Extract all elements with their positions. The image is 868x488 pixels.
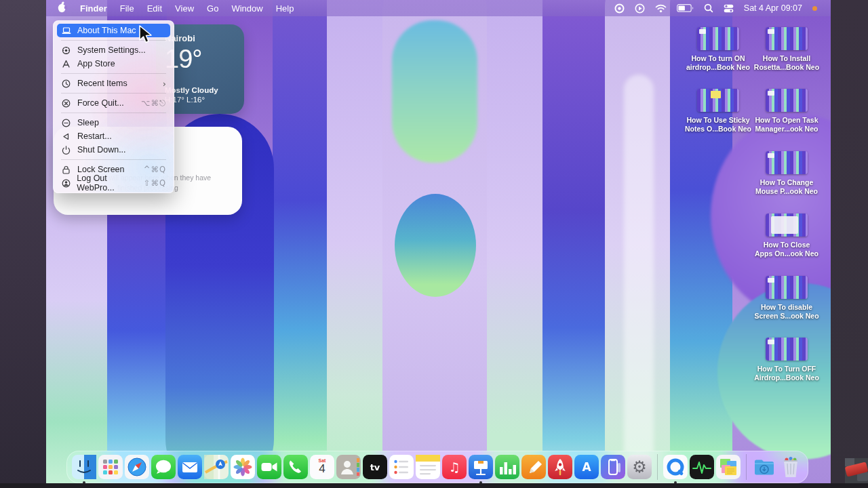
menu-file[interactable]: File xyxy=(120,3,134,14)
file-thumbnail xyxy=(766,89,808,112)
dock-pages[interactable] xyxy=(521,455,546,479)
apple-menu-dropdown: About This Mac System Settings... App St… xyxy=(53,20,174,193)
letterbox-right xyxy=(831,0,868,483)
dock-tv[interactable]: tv xyxy=(363,455,387,479)
dock-activity-monitor[interactable] xyxy=(690,455,714,479)
weather-high-low: H:17° L:16° xyxy=(165,96,235,104)
dock-system-settings[interactable]: ⚙ xyxy=(627,455,652,479)
apple-menu-icon[interactable] xyxy=(57,1,67,15)
clock-icon xyxy=(61,79,71,89)
menu-divider xyxy=(61,113,166,113)
letterbox-left xyxy=(0,0,46,483)
dock-rocket-app[interactable] xyxy=(548,455,572,479)
shortcut-label: ⇧⌘Q xyxy=(144,178,166,188)
dock-photos[interactable] xyxy=(231,455,255,479)
microphone-in-use-dot xyxy=(812,6,817,11)
menu-edit[interactable]: Edit xyxy=(147,3,162,14)
dock-safari[interactable] xyxy=(125,455,149,479)
menu-divider xyxy=(61,73,166,74)
lock-icon xyxy=(61,165,71,175)
laptop-icon xyxy=(61,26,71,36)
shortcut-label: ⌥⌘⎋ xyxy=(141,98,166,108)
dock-launchpad[interactable] xyxy=(98,455,123,479)
appstore-icon xyxy=(61,59,71,69)
dock-numbers[interactable] xyxy=(495,455,519,479)
file-thumbnail xyxy=(766,27,808,50)
screen-recording-indicator[interactable] xyxy=(614,3,625,14)
dock-music[interactable]: ♫ xyxy=(442,455,467,479)
menu-item-restart[interactable]: Restart... xyxy=(57,129,170,143)
calendar-day: 4 xyxy=(310,463,334,476)
desktop-file-change-mouse[interactable]: How To ChangeMouse P...ook Neo xyxy=(746,151,827,196)
user-icon xyxy=(61,178,71,188)
tv-logo: tv xyxy=(363,455,387,479)
desktop-file-airdrop-off[interactable]: How To Turn OFFAirdrop...Book Neo xyxy=(746,338,827,382)
shortcut-label: ^⌘Q xyxy=(144,165,166,174)
menu-app-name[interactable]: Finder xyxy=(80,3,107,14)
dock-reminders[interactable] xyxy=(389,455,414,479)
appstore-letter: A xyxy=(574,455,599,479)
desktop-file-close-apps[interactable]: How To CloseApps On...ook Neo xyxy=(746,214,827,258)
dock-separator xyxy=(746,454,747,480)
wallpaper-pill xyxy=(486,0,544,483)
menu-divider xyxy=(61,159,166,160)
dock-maps[interactable] xyxy=(204,455,229,479)
menu-item-sleep[interactable]: Sleep xyxy=(57,116,170,129)
dock-iphone-mirroring[interactable] xyxy=(601,455,625,479)
desktop: Nairobi 19° Mostly Cloudy H:17° L:16° Ph… xyxy=(46,0,831,483)
dock-separator xyxy=(657,454,658,480)
gear-icon xyxy=(61,45,71,56)
menu-item-recent-items[interactable]: Recent Items › xyxy=(57,77,170,90)
file-thumbnail xyxy=(697,27,739,50)
dock-phone[interactable] xyxy=(283,455,308,479)
file-thumbnail xyxy=(766,151,808,174)
menu-go[interactable]: Go xyxy=(207,3,218,14)
menu-help[interactable]: Help xyxy=(276,3,294,14)
dock-downloads-folder[interactable] xyxy=(752,455,776,479)
file-thumbnail xyxy=(766,276,808,299)
spotlight-search-icon[interactable] xyxy=(704,3,713,13)
wallpaper-pill xyxy=(273,0,328,483)
subscribe-key-thumbnail xyxy=(845,458,868,483)
sleep-icon xyxy=(61,118,71,128)
weather-temperature: 19° xyxy=(165,45,235,74)
menu-clock[interactable]: Sat 4 Apr 09:07 xyxy=(744,3,802,13)
music-note-icon: ♫ xyxy=(442,455,467,479)
battery-icon[interactable] xyxy=(677,4,694,12)
dock-contacts[interactable] xyxy=(336,455,361,479)
dock-mail[interactable] xyxy=(178,455,202,479)
menu-item-app-store[interactable]: App Store xyxy=(57,57,170,70)
dock-keynote[interactable] xyxy=(469,455,493,479)
desktop-file-task-manager[interactable]: How To Open TaskManager...ook Neo xyxy=(746,89,827,134)
control-center-icon[interactable] xyxy=(724,4,734,13)
menu-view[interactable]: View xyxy=(175,3,194,14)
menu-window[interactable]: Window xyxy=(231,3,262,14)
desktop-file-disable-screensaver[interactable]: How To disableScreen S...ook Neo xyxy=(746,276,827,321)
dock-finder[interactable] xyxy=(72,455,96,479)
dock-facetime[interactable] xyxy=(257,455,281,479)
menu-item-force-quit[interactable]: Force Quit... ⌥⌘⎋ xyxy=(57,96,170,110)
dock: Sat 4 tv ♫ xyxy=(66,451,808,483)
force-quit-icon xyxy=(61,98,71,108)
wallpaper-pill xyxy=(542,0,606,483)
dock-app-store[interactable]: A xyxy=(574,455,599,479)
dock-trash[interactable] xyxy=(778,455,803,479)
wifi-icon[interactable] xyxy=(655,4,667,13)
gear-icon: ⚙ xyxy=(627,455,652,479)
file-thumbnail xyxy=(766,338,808,361)
wallpaper-pill xyxy=(624,75,654,468)
menu-item-shut-down[interactable]: Shut Down... xyxy=(57,143,170,157)
menu-divider xyxy=(61,93,166,94)
dock-notes[interactable] xyxy=(416,455,440,479)
dock-calendar[interactable]: Sat 4 xyxy=(310,455,334,479)
letterbox-bottom xyxy=(0,483,868,488)
dock-stickies[interactable] xyxy=(716,455,741,479)
dock-messages[interactable] xyxy=(151,455,176,479)
menu-item-log-out[interactable]: Log Out WebPro... ⇧⌘Q xyxy=(57,176,170,190)
submenu-chevron-icon: › xyxy=(163,79,166,89)
desktop-file-install-rosetta[interactable]: How To InstallRosetta...Book Neo xyxy=(746,27,827,72)
file-thumbnail xyxy=(766,214,808,237)
menu-bar: Finder File Edit View Go Window Help xyxy=(46,0,831,16)
screen-mirroring-icon[interactable] xyxy=(635,3,645,14)
dock-quicktime[interactable] xyxy=(663,455,688,479)
